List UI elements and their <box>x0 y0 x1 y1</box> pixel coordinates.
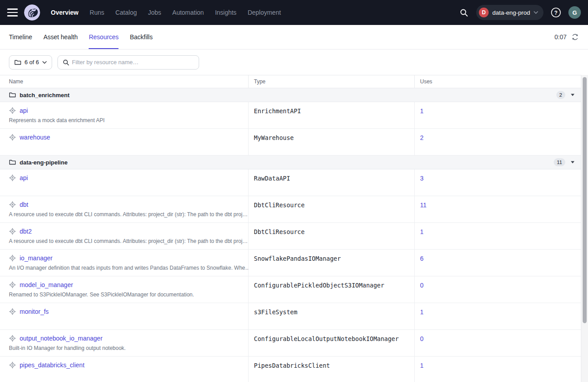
uses-link[interactable]: 2 <box>420 134 424 141</box>
dagster-logo[interactable] <box>24 4 40 21</box>
group-name: batch_enrichment <box>20 92 69 99</box>
resource-row: dbt A resource used to execute dbt CLI c… <box>0 196 581 223</box>
resource-type: RawDataAPI <box>248 169 414 196</box>
uses-link[interactable]: 1 <box>420 107 424 115</box>
resource-icon <box>9 308 16 315</box>
nav-item-insights[interactable]: Insights <box>215 9 237 16</box>
search-icon[interactable] <box>457 6 470 19</box>
resource-link[interactable]: api <box>20 107 28 114</box>
tab-asset-health[interactable]: Asset health <box>43 25 78 49</box>
resource-description: A resource used to execute dbt CLI comma… <box>9 238 241 244</box>
resource-description: Built-in IO Manager for handling output … <box>9 345 241 351</box>
deployment-initial-badge: D <box>479 8 489 17</box>
resource-link[interactable]: dbt2 <box>20 228 32 235</box>
uses-link[interactable]: 1 <box>420 362 424 369</box>
folder-icon <box>9 159 16 166</box>
group-row-batch-enrichment[interactable]: batch_enrichment 2 <box>0 88 581 102</box>
help-icon[interactable]: ? <box>550 6 562 19</box>
uses-link[interactable]: 6 <box>420 255 424 262</box>
resource-link[interactable]: monitor_fs <box>20 308 49 315</box>
resource-link[interactable]: io_manager <box>20 255 53 262</box>
resource-search-box <box>57 55 199 70</box>
menu-icon[interactable] <box>7 8 18 16</box>
resource-icon <box>9 134 16 141</box>
user-avatar[interactable]: G <box>568 6 581 19</box>
refresh-glyph <box>572 33 579 41</box>
resource-icon <box>9 335 16 342</box>
resource-description: Renamed to S3PickleIOManager. See S3Pick… <box>9 292 241 298</box>
resource-description: Represents a mock data enrichment API <box>9 117 241 123</box>
uses-link[interactable]: 1 <box>420 228 424 235</box>
column-header-name: Name <box>0 75 248 88</box>
refresh-icon[interactable] <box>571 33 579 41</box>
nav-item-runs[interactable]: Runs <box>90 9 104 16</box>
refresh-timer: 0:07 <box>555 33 567 41</box>
resource-icon <box>9 201 16 208</box>
nav-item-catalog[interactable]: Catalog <box>115 9 137 16</box>
tab-resources[interactable]: Resources <box>89 25 118 49</box>
question-mark-glyph: ? <box>551 7 561 18</box>
resource-icon <box>9 228 16 235</box>
resource-description: An I/O manager definition that reads inp… <box>9 265 241 271</box>
resource-link[interactable]: pipes_databricks_client <box>20 361 85 369</box>
group-count-badge: 11 <box>554 158 565 166</box>
resource-row: api RawDataAPI 3 <box>0 169 581 196</box>
main-nav: OverviewRunsCatalogJobsAutomationInsight… <box>51 9 281 16</box>
uses-link[interactable]: 3 <box>420 175 424 182</box>
nav-item-deployment[interactable]: Deployment <box>248 9 281 16</box>
resource-link[interactable]: warehouse <box>20 134 50 141</box>
group-filter-button[interactable]: 6 of 6 <box>9 55 52 70</box>
resource-row: api Represents a mock data enrichment AP… <box>0 102 581 129</box>
magnifier-glyph <box>460 8 468 17</box>
resource-type: DbtCliResource <box>248 196 414 222</box>
uses-link[interactable]: 0 <box>420 282 424 289</box>
column-header-uses: Uses <box>414 75 581 88</box>
group-row-data-eng-pipeline[interactable]: data-eng-pipeline 11 <box>0 156 581 169</box>
nav-item-jobs[interactable]: Jobs <box>148 9 161 16</box>
uses-link[interactable]: 11 <box>420 201 427 209</box>
resource-row: warehouse MyWarehouse 2 <box>0 129 581 156</box>
resource-link[interactable]: dbt <box>20 201 28 208</box>
vertical-scrollbar[interactable] <box>581 75 588 382</box>
resource-icon <box>9 361 16 369</box>
resources-table: Name Type Uses batch_enrichment 2 <box>0 75 581 382</box>
scrollbar-thumb[interactable] <box>583 77 587 323</box>
uses-link[interactable]: 0 <box>420 335 424 342</box>
group-filter-label: 6 of 6 <box>24 59 39 66</box>
resource-type: DbtCliResource <box>248 223 414 249</box>
chevron-down-icon <box>534 11 538 14</box>
resource-link[interactable]: output_notebook_io_manager <box>20 335 102 342</box>
nav-item-automation[interactable]: Automation <box>172 9 204 16</box>
resource-row: monitor_fs s3FileSystem 1 <box>0 303 581 330</box>
overview-tab-bar: TimelineAsset healthResourcesBackfills 0… <box>0 25 588 49</box>
resource-icon <box>9 174 16 181</box>
resource-link[interactable]: api <box>20 174 28 181</box>
workspace-switcher[interactable]: D data-eng-prod <box>476 5 543 20</box>
resource-icon <box>9 255 16 262</box>
resource-type: MyWarehouse <box>248 129 414 155</box>
resource-link[interactable]: model_io_manager <box>20 281 73 288</box>
resource-filter-input[interactable] <box>72 59 194 66</box>
tab-timeline[interactable]: Timeline <box>9 25 32 49</box>
caret-down-icon <box>571 94 575 96</box>
column-header-type: Type <box>248 75 414 88</box>
dagster-logo-icon <box>24 4 40 21</box>
resource-row: model_io_manager Renamed to S3PickleIOMa… <box>0 276 581 303</box>
resource-type: ConfigurableLocalOutputNotebookIOManager <box>248 330 414 356</box>
svg-text:?: ? <box>554 10 557 16</box>
workspace-name: data-eng-prod <box>492 9 530 16</box>
resource-row: io_manager An I/O manager definition tha… <box>0 250 581 276</box>
resource-type: s3FileSystem <box>248 303 414 329</box>
uses-link[interactable]: 1 <box>420 308 424 316</box>
resource-type: PipesDatabricksClient <box>248 357 414 382</box>
chevron-down-icon <box>42 61 47 64</box>
group-name: data-eng-pipeline <box>20 159 68 166</box>
nav-item-overview[interactable]: Overview <box>51 9 78 16</box>
tab-backfills[interactable]: Backfills <box>130 25 152 49</box>
resource-icon <box>9 281 16 288</box>
folder-icon <box>14 59 21 66</box>
tabs: TimelineAsset healthResourcesBackfills <box>9 25 153 49</box>
resource-row: pipes_databricks_client PipesDatabricksC… <box>0 357 581 382</box>
resource-icon <box>9 107 16 114</box>
caret-down-icon <box>571 161 575 164</box>
